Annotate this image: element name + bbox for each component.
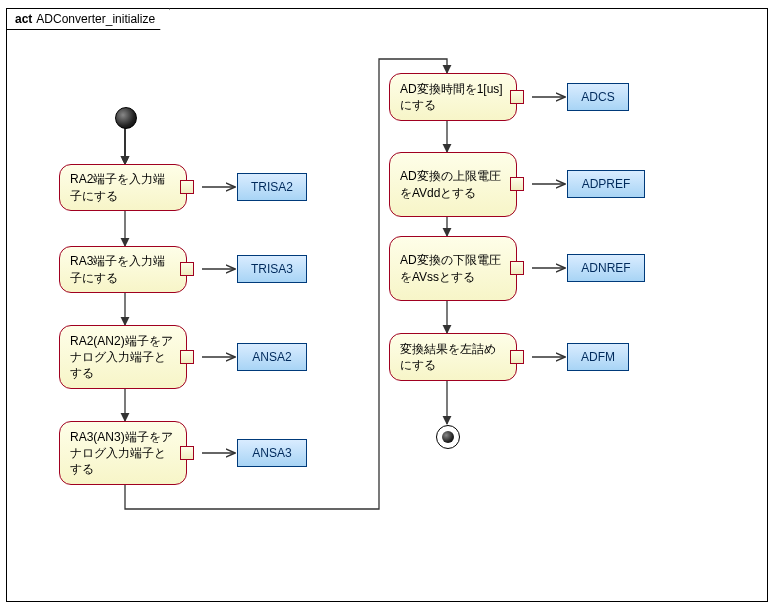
activity-label: RA3(AN3)端子をアナログ入力端子とする	[70, 429, 176, 478]
datastore-label: ANSA2	[252, 350, 291, 364]
datastore-ansa3: ANSA3	[237, 439, 307, 467]
activity-ra2-analog: RA2(AN2)端子をアナログ入力端子とする	[59, 325, 187, 389]
output-pin	[510, 90, 524, 104]
datastore-ansa2: ANSA2	[237, 343, 307, 371]
datastore-label: ANSA3	[252, 446, 291, 460]
frame-name: ADConverter_initialize	[36, 12, 155, 26]
initial-node	[115, 107, 137, 129]
output-pin	[180, 262, 194, 276]
activity-left-justify: 変換結果を左詰めにする	[389, 333, 517, 381]
activity-ra3-analog: RA3(AN3)端子をアナログ入力端子とする	[59, 421, 187, 485]
datastore-trisa2: TRISA2	[237, 173, 307, 201]
datastore-label: TRISA2	[251, 180, 293, 194]
output-pin	[180, 180, 194, 194]
activity-label: RA2(AN2)端子をアナログ入力端子とする	[70, 333, 176, 382]
datastore-label: ADFM	[581, 350, 615, 364]
connectors	[7, 9, 769, 603]
final-node	[436, 425, 460, 449]
activity-ad-lower: AD変換の下限電圧をAVssとする	[389, 236, 517, 301]
datastore-label: ADNREF	[581, 261, 630, 275]
datastore-label: TRISA3	[251, 262, 293, 276]
activity-adtime: AD変換時間を1[us]にする	[389, 73, 517, 121]
output-pin	[510, 261, 524, 275]
activity-label: 変換結果を左詰めにする	[400, 341, 506, 373]
activity-label: RA2端子を入力端子にする	[70, 171, 176, 203]
datastore-label: ADCS	[581, 90, 614, 104]
output-pin	[510, 177, 524, 191]
output-pin	[180, 446, 194, 460]
frame-keyword: act	[15, 12, 32, 26]
activity-ad-upper: AD変換の上限電圧をAVddとする	[389, 152, 517, 217]
frame-title-tab: act ADConverter_initialize	[6, 8, 170, 30]
datastore-adcs: ADCS	[567, 83, 629, 111]
datastore-adpref: ADPREF	[567, 170, 645, 198]
datastore-label: ADPREF	[582, 177, 631, 191]
datastore-trisa3: TRISA3	[237, 255, 307, 283]
activity-frame: act ADConverter_initialize	[6, 8, 768, 602]
output-pin	[180, 350, 194, 364]
output-pin	[510, 350, 524, 364]
datastore-adnref: ADNREF	[567, 254, 645, 282]
datastore-adfm: ADFM	[567, 343, 629, 371]
activity-label: AD変換の上限電圧をAVddとする	[400, 168, 506, 200]
activity-label: AD変換時間を1[us]にする	[400, 81, 506, 113]
activity-label: AD変換の下限電圧をAVssとする	[400, 252, 506, 284]
activity-ra3-input: RA3端子を入力端子にする	[59, 246, 187, 293]
activity-ra2-input: RA2端子を入力端子にする	[59, 164, 187, 211]
activity-label: RA3端子を入力端子にする	[70, 253, 176, 285]
